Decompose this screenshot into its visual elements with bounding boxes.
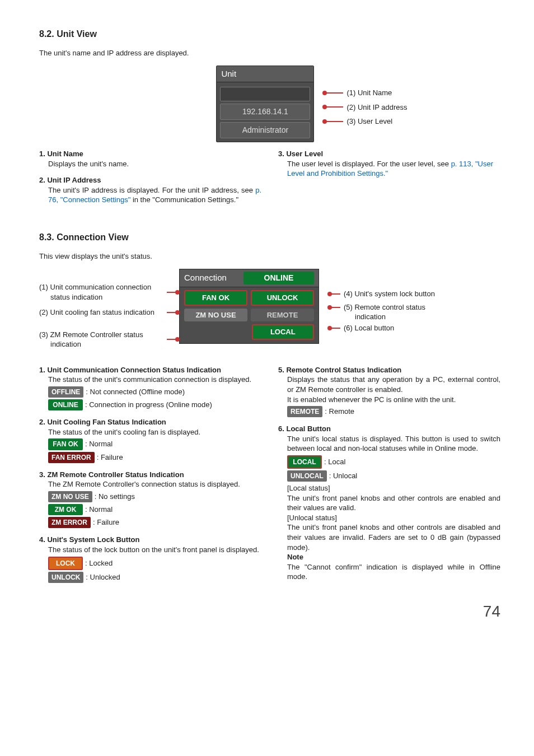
d1-title: 1. Unit Communication Connection Status …: [39, 365, 261, 375]
page-number: 74: [39, 601, 500, 622]
intro-unit-view: The unit's name and IP address are displ…: [39, 48, 500, 58]
d4-title: 4. Unit's System Lock Button: [39, 535, 261, 545]
local-badge: LOCAL: [287, 455, 322, 469]
zmok-badge: ZM OK: [48, 504, 83, 515]
unlock-desc: : Unlocked: [86, 572, 120, 581]
fanerror-desc: : Failure: [97, 452, 123, 461]
online-desc: : Connection in progress (Online mode): [85, 400, 212, 409]
callout-unit-name: (1) Unit Name: [346, 88, 392, 98]
local-desc: : Local: [324, 457, 345, 465]
lock-desc: : Locked: [85, 558, 113, 567]
unit-panel-title: Unit: [217, 66, 313, 82]
unlocal-status-b: The unit's front panel knobs and other c…: [278, 522, 500, 552]
d5-body-b: It is enabled whenever the PC is online …: [278, 395, 500, 405]
heading-unit-view: 8.2. Unit View: [39, 28, 500, 40]
callout-system-lock: (4) Unit's system lock button: [344, 289, 435, 299]
unlock-badge: UNLOCK: [48, 572, 83, 583]
callout-remote-b: indication: [344, 312, 386, 321]
callout-zm-status-a: (3) ZM Remote Controller status: [39, 330, 143, 339]
remote-desc: : Remote: [325, 407, 354, 416]
callout-user-level: (3) User Level: [346, 116, 392, 127]
d2-body: The status of the unit's cooling fan is …: [39, 427, 261, 437]
zmnouse-desc: : No settings: [95, 492, 135, 500]
online-badge: ONLINE: [48, 399, 83, 410]
callout-comm-status-b: status indication: [39, 293, 102, 301]
online-indicator: ONLINE: [243, 272, 314, 284]
remote-indicator: REMOTE: [251, 309, 314, 322]
zmok-desc: : Normal: [85, 505, 113, 514]
d6-body: The unit's local status is displayed. Th…: [278, 434, 500, 454]
fanok-badge: FAN OK: [48, 438, 83, 450]
offline-badge: OFFLINE: [48, 386, 83, 398]
item2-title: 2. Unit IP Address: [39, 175, 261, 185]
connection-view-figure: (1) Unit communication connection status…: [39, 269, 500, 355]
item2-body: The unit's IP address is displayed. For …: [39, 185, 261, 205]
unlocal-badge: UNLOCAL: [287, 470, 327, 482]
callout-remote-a: (5) Remote control status: [344, 303, 425, 311]
unit-userlevel-field: Administrator: [220, 122, 310, 138]
callout-local-button: (6) Local button: [344, 323, 394, 333]
d4-body: The status of the lock button on the uni…: [39, 545, 261, 555]
d5-title: 5. Remote Control Status Indication: [278, 365, 500, 375]
item3-body: The user level is displayed. For the use…: [278, 159, 500, 179]
local-status-h: [Local status]: [278, 483, 500, 493]
d1-body: The status of the unit's communication c…: [39, 375, 261, 385]
zmerror-desc: : Failure: [93, 518, 119, 526]
offline-desc: : Not connected (Offline mode): [86, 388, 185, 396]
zmnouse-badge: ZM NO USE: [48, 491, 92, 502]
note-heading: Note: [278, 552, 500, 562]
unit-panel: Unit 192.168.14.1 Administrator: [216, 66, 314, 142]
unit-ip-field: 192.168.14.1: [220, 104, 310, 120]
connection-panel-title: Connection: [184, 272, 227, 283]
heading-connection-view: 8.3. Connection View: [39, 231, 500, 244]
item3-title: 3. User Level: [278, 149, 500, 159]
intro-connection-view: This view displays the unit's status.: [39, 251, 500, 262]
item1-body: Displays the unit's name.: [39, 159, 261, 169]
fanok-desc: : Normal: [85, 440, 113, 448]
callout-fan-status: (2) Unit cooling fan status indication: [39, 307, 165, 318]
fanerror-badge: FAN ERROR: [48, 452, 95, 463]
zmerror-badge: ZM ERROR: [48, 517, 91, 528]
connection-panel: Connection ONLINE FAN OK UNLOCK ZM NO US…: [179, 269, 319, 344]
d3-body: The ZM Remote Controller's connection st…: [39, 479, 261, 489]
remote-badge: REMOTE: [287, 406, 322, 417]
d2-title: 2. Unit Cooling Fan Status Indication: [39, 417, 261, 427]
local-button[interactable]: LOCAL: [252, 324, 314, 340]
lock-badge: LOCK: [48, 557, 83, 570]
d5-body-a: Displays the status that any operation b…: [278, 375, 500, 394]
unit-callouts: (1) Unit Name (2) Unit IP address (3) Us…: [323, 66, 407, 142]
callout-unit-ip: (2) Unit IP address: [346, 102, 407, 113]
unlocal-desc: : Unlocal: [329, 472, 358, 480]
fan-ok-indicator: FAN OK: [184, 290, 247, 306]
callout-zm-status-b: indication: [39, 340, 81, 348]
unlocal-status-h: [Unlocal status]: [278, 513, 500, 523]
note-body: The "Cannot confirm" indication is displ…: [278, 562, 500, 582]
d3-title: 3. ZM Remote Controller Status Indicatio…: [39, 470, 261, 480]
d6-title: 6. Local Button: [278, 424, 500, 434]
unlock-button[interactable]: UNLOCK: [251, 290, 314, 306]
unit-view-figure: Unit 192.168.14.1 Administrator (1) Unit…: [123, 66, 500, 142]
unit-name-field: [220, 87, 310, 101]
item1-title: 1. Unit Name: [39, 149, 261, 159]
zm-no-use-indicator: ZM NO USE: [184, 309, 247, 322]
callout-comm-status-a: (1) Unit communication connection: [39, 283, 151, 291]
local-status-b: The unit's front panel knobs and other c…: [278, 493, 500, 513]
